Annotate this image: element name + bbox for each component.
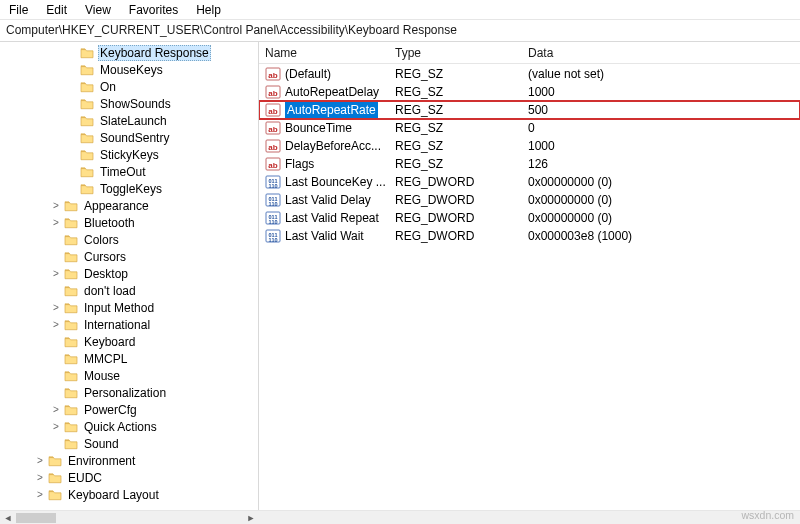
- value-row[interactable]: Last BounceKey ...REG_DWORD0x00000000 (0…: [259, 173, 800, 191]
- tree-item[interactable]: >Mouse: [0, 367, 258, 384]
- value-row[interactable]: BounceTimeREG_SZ0: [259, 119, 800, 137]
- chevron-right-icon[interactable]: >: [34, 472, 46, 484]
- folder-icon: [64, 217, 78, 229]
- value-data: 0x00000000 (0): [522, 175, 800, 189]
- value-row[interactable]: Last Valid RepeatREG_DWORD0x00000000 (0): [259, 209, 800, 227]
- value-row[interactable]: AutoRepeatDelayREG_SZ1000: [259, 83, 800, 101]
- tree-item[interactable]: >Keyboard Layout: [0, 486, 258, 503]
- folder-icon: [64, 370, 78, 382]
- tree-item[interactable]: >StickyKeys: [0, 146, 258, 163]
- value-row[interactable]: Last Valid DelayREG_DWORD0x00000000 (0): [259, 191, 800, 209]
- tree-item[interactable]: >ShowSounds: [0, 95, 258, 112]
- tree-item[interactable]: >Input Method: [0, 299, 258, 316]
- value-name: Last BounceKey ...: [285, 175, 386, 189]
- column-header-data[interactable]: Data: [522, 42, 800, 64]
- value-row[interactable]: DelayBeforeAcc...REG_SZ1000: [259, 137, 800, 155]
- value-row[interactable]: (Default)REG_SZ(value not set): [259, 65, 800, 83]
- address-bar[interactable]: Computer\HKEY_CURRENT_USER\Control Panel…: [0, 20, 800, 42]
- tree-item[interactable]: >don't load: [0, 282, 258, 299]
- chevron-right-icon[interactable]: >: [50, 217, 62, 229]
- value-row[interactable]: FlagsREG_SZ126: [259, 155, 800, 173]
- value-row[interactable]: Last Valid WaitREG_DWORD0x000003e8 (1000…: [259, 227, 800, 245]
- chevron-right-icon[interactable]: >: [50, 319, 62, 331]
- tree-item-label: don't load: [82, 284, 138, 298]
- chevron-right-icon[interactable]: >: [50, 404, 62, 416]
- tree-item-label: EUDC: [66, 471, 104, 485]
- tree-item[interactable]: >EUDC: [0, 469, 258, 486]
- tree-item[interactable]: >MouseKeys: [0, 61, 258, 78]
- folder-icon: [80, 115, 94, 127]
- tree-item-label: Input Method: [82, 301, 156, 315]
- tree-item[interactable]: >Colors: [0, 231, 258, 248]
- scroll-left-icon[interactable]: ◄: [0, 511, 16, 524]
- chevron-right-icon[interactable]: >: [50, 268, 62, 280]
- scroll-right-icon[interactable]: ►: [243, 511, 259, 524]
- menu-file[interactable]: File: [2, 1, 35, 19]
- tree-item[interactable]: >Keyboard: [0, 333, 258, 350]
- scroll-thumb[interactable]: [16, 513, 56, 523]
- tree-item[interactable]: >ToggleKeys: [0, 180, 258, 197]
- chevron-right-icon[interactable]: >: [50, 302, 62, 314]
- tree-item[interactable]: >Sound: [0, 435, 258, 452]
- folder-icon: [64, 268, 78, 280]
- menu-bar: File Edit View Favorites Help: [0, 0, 800, 20]
- tree-item-label: Keyboard: [82, 335, 137, 349]
- tree-item[interactable]: >Appearance: [0, 197, 258, 214]
- tree-item-label: MMCPL: [82, 352, 129, 366]
- folder-icon: [64, 438, 78, 450]
- tree-item-label: Desktop: [82, 267, 130, 281]
- tree-item[interactable]: >PowerCfg: [0, 401, 258, 418]
- tree-scroll[interactable]: >Keyboard Response>MouseKeys>On>ShowSoun…: [0, 42, 258, 510]
- chevron-right-icon[interactable]: >: [50, 200, 62, 212]
- value-data: 0x00000000 (0): [522, 211, 800, 225]
- string-value-icon: [265, 102, 281, 118]
- tree-item-label: SoundSentry: [98, 131, 171, 145]
- tree-item-label: Keyboard Response: [98, 45, 211, 61]
- list-header: Name Type Data: [259, 42, 800, 64]
- tree-item[interactable]: >Cursors: [0, 248, 258, 265]
- tree-item-label: TimeOut: [98, 165, 148, 179]
- folder-icon: [48, 472, 62, 484]
- tree-item-label: Sound: [82, 437, 121, 451]
- tree-item-label: ToggleKeys: [98, 182, 164, 196]
- tree-item[interactable]: >SoundSentry: [0, 129, 258, 146]
- folder-icon: [64, 336, 78, 348]
- folder-icon: [80, 166, 94, 178]
- value-name: AutoRepeatDelay: [285, 85, 379, 99]
- tree-item-label: PowerCfg: [82, 403, 139, 417]
- tree-item[interactable]: >Keyboard Response: [0, 44, 258, 61]
- column-header-name[interactable]: Name: [259, 42, 389, 64]
- tree-item-label: International: [82, 318, 152, 332]
- folder-icon: [80, 183, 94, 195]
- chevron-right-icon[interactable]: >: [34, 455, 46, 467]
- chevron-right-icon[interactable]: >: [50, 421, 62, 433]
- chevron-right-icon[interactable]: >: [34, 489, 46, 501]
- tree-item[interactable]: >TimeOut: [0, 163, 258, 180]
- dword-value-icon: [265, 192, 281, 208]
- menu-edit[interactable]: Edit: [39, 1, 74, 19]
- tree-item[interactable]: >Environment: [0, 452, 258, 469]
- watermark: wsxdn.com: [741, 509, 794, 521]
- menu-favorites[interactable]: Favorites: [122, 1, 185, 19]
- tree-item[interactable]: >Desktop: [0, 265, 258, 282]
- menu-help[interactable]: Help: [189, 1, 228, 19]
- tree-item[interactable]: >Personalization: [0, 384, 258, 401]
- horizontal-scrollbar[interactable]: ◄ ►: [0, 510, 800, 524]
- tree-item-label: Bluetooth: [82, 216, 137, 230]
- column-header-type[interactable]: Type: [389, 42, 522, 64]
- folder-icon: [80, 81, 94, 93]
- value-data: 500: [522, 103, 800, 117]
- tree-item[interactable]: >International: [0, 316, 258, 333]
- menu-view[interactable]: View: [78, 1, 118, 19]
- value-data: 0x000003e8 (1000): [522, 229, 800, 243]
- tree-item-label: Appearance: [82, 199, 151, 213]
- tree-item[interactable]: >SlateLaunch: [0, 112, 258, 129]
- value-type: REG_SZ: [389, 103, 522, 117]
- value-type: REG_SZ: [389, 139, 522, 153]
- tree-item[interactable]: >Quick Actions: [0, 418, 258, 435]
- value-data: 0: [522, 121, 800, 135]
- tree-item[interactable]: >On: [0, 78, 258, 95]
- value-row[interactable]: AutoRepeatRateREG_SZ500: [259, 101, 800, 119]
- tree-item[interactable]: >MMCPL: [0, 350, 258, 367]
- tree-item[interactable]: >Bluetooth: [0, 214, 258, 231]
